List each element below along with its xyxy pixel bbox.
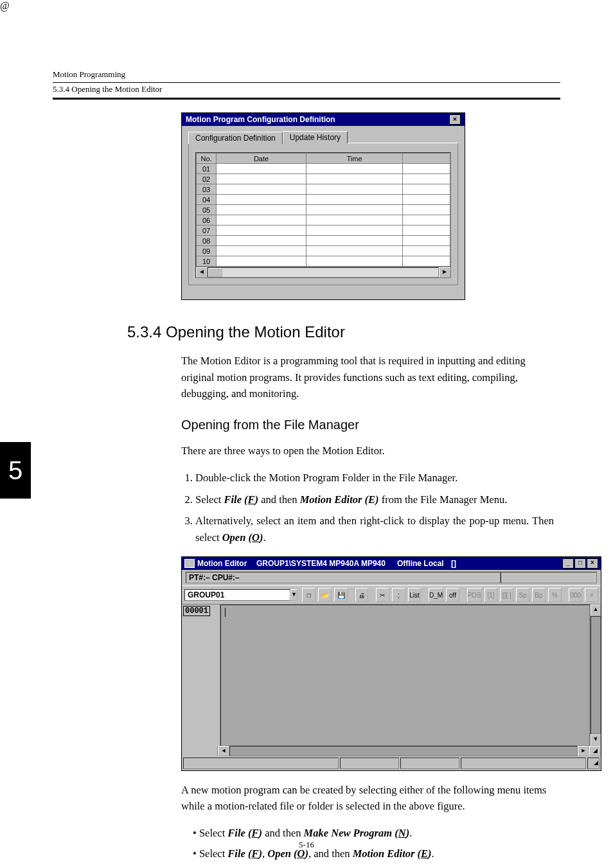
table-row: 05 (197, 205, 450, 215)
table-row: 10 (197, 256, 450, 267)
line-gutter: 00001 (182, 605, 220, 746)
runhead-subtitle: 5.3.4 Opening the Motion Editor (53, 83, 560, 100)
close-icon[interactable]: × (449, 114, 461, 125)
off-button[interactable]: off (446, 588, 459, 602)
window-titlebar: Motion Editor GROUP1\SYSTEM4 MP940A MP94… (182, 557, 601, 570)
vertical-scrollbar[interactable]: ▲ ▼ (590, 605, 601, 746)
step-button[interactable]: [1] (484, 588, 498, 602)
dm-button[interactable]: D_M (429, 588, 443, 602)
table-row: 04 (197, 195, 450, 205)
group-selector[interactable]: ▼ (184, 589, 294, 601)
status-cell (400, 757, 459, 769)
col-date: Date (217, 154, 306, 164)
group-input[interactable] (184, 589, 290, 601)
table-row: 01 (197, 164, 450, 174)
runhead-title: Motion Programming (53, 69, 560, 80)
section-heading: 5.3.4 Opening the Motion Editor (127, 323, 560, 341)
list-item: Select File (F) and then Make New Progra… (193, 825, 554, 842)
horizontal-scrollbar[interactable]: ◄ ► ◢ (182, 746, 601, 756)
save-icon[interactable]: 💾 (334, 588, 348, 602)
title-flags: [] (451, 559, 456, 568)
table-row: 06 (197, 215, 450, 226)
tab-config-definition[interactable]: Configuration Definition (188, 132, 283, 144)
chevron-down-icon[interactable]: ▼ (290, 589, 298, 601)
print-icon[interactable]: 🖨 (355, 588, 369, 602)
close-icon[interactable]: × (587, 558, 598, 569)
after-figure-text: A new motion program can be created by s… (181, 782, 554, 815)
semicolon-button[interactable]: ; (392, 588, 405, 602)
table-row: 02 (197, 174, 450, 184)
table-row: 08 (197, 236, 450, 246)
sp-button[interactable]: Sp (516, 588, 529, 602)
resize-grip-icon[interactable]: ◢ (587, 757, 600, 769)
table-row: 09 (197, 246, 450, 256)
col-no: No. (197, 154, 217, 164)
scroll-down-icon[interactable]: ▼ (591, 734, 601, 746)
scroll-right-icon[interactable]: ► (578, 746, 589, 756)
section-intro: The Motion Editor is a programming tool … (181, 353, 554, 402)
status-bar: ◢ (182, 756, 601, 770)
counter-button[interactable]: 000 (569, 588, 582, 602)
scroll-left-icon[interactable]: ◄ (196, 267, 208, 278)
list-item: Alternatively, select an item and then r… (195, 513, 554, 545)
motion-editor-window: Motion Editor GROUP1\SYSTEM4 MP940A MP94… (181, 556, 601, 771)
chapter-tab: 5 (0, 442, 31, 499)
pause-button[interactable]: [][ ] (500, 588, 513, 602)
title-status: Offline Local (397, 559, 444, 568)
toolbar: ▼ □ 📂 💾 🖨 ✂ ; List D_M off POS (182, 585, 601, 605)
info-blank (501, 572, 597, 583)
subsection-heading: Opening from the File Manager (181, 418, 560, 432)
history-grid: No. Date Time 01 02 03 (195, 152, 451, 278)
caret (225, 608, 226, 617)
resize-grip-icon[interactable]: ◢ (589, 746, 601, 756)
open-icon[interactable]: 📂 (318, 588, 332, 602)
running-head: Motion Programming 5.3.4 Opening the Mot… (53, 69, 560, 100)
list-item: Double-click the Motion Program Folder i… (195, 470, 554, 486)
dialog-title-text: Motion Program Configuration Definition (186, 115, 335, 124)
scroll-up-icon[interactable]: ▲ (591, 605, 601, 616)
table-row: 07 (197, 226, 450, 236)
percent-button[interactable]: % (548, 588, 562, 602)
title-path: GROUP1\SYSTEM4 MP940A MP940 (256, 559, 386, 568)
line-number: 00001 (183, 606, 210, 616)
open-methods-list: Double-click the Motion Program Folder i… (181, 470, 554, 545)
cut-icon[interactable]: ✂ (376, 588, 389, 602)
status-cell (183, 757, 339, 769)
scroll-right-icon[interactable]: ► (439, 267, 450, 278)
app-icon (184, 559, 195, 568)
new-icon[interactable]: □ (302, 588, 315, 602)
status-cell (461, 757, 586, 769)
maximize-icon[interactable]: □ (574, 558, 586, 569)
bp-button[interactable]: Bp (532, 588, 546, 602)
col-time: Time (306, 154, 403, 164)
pos-button[interactable]: POS (467, 588, 482, 602)
grid-hscrollbar[interactable]: ◄ ► (196, 267, 450, 278)
page-number: 5-16 (0, 840, 613, 850)
minimize-icon[interactable]: _ (562, 558, 574, 569)
connection-status: PT#:– CPU#:– (186, 572, 501, 583)
list-lead: There are three ways to open the Motion … (181, 443, 554, 459)
dialog-titlebar: Motion Program Configuration Definition … (182, 113, 465, 126)
code-area[interactable] (220, 605, 590, 746)
col-blank (403, 154, 450, 164)
list-button[interactable]: List (408, 588, 422, 602)
list-item: Select File (F) and then Motion Editor (… (195, 492, 554, 508)
status-cell (340, 757, 399, 769)
tab-update-history[interactable]: Update History (283, 131, 348, 143)
table-row: 03 (197, 184, 450, 195)
scroll-left-icon[interactable]: ◄ (218, 746, 229, 756)
abort-icon[interactable]: × (585, 588, 598, 602)
config-dialog: Motion Program Configuration Definition … (181, 112, 465, 300)
title-app: Motion Editor (197, 559, 247, 568)
